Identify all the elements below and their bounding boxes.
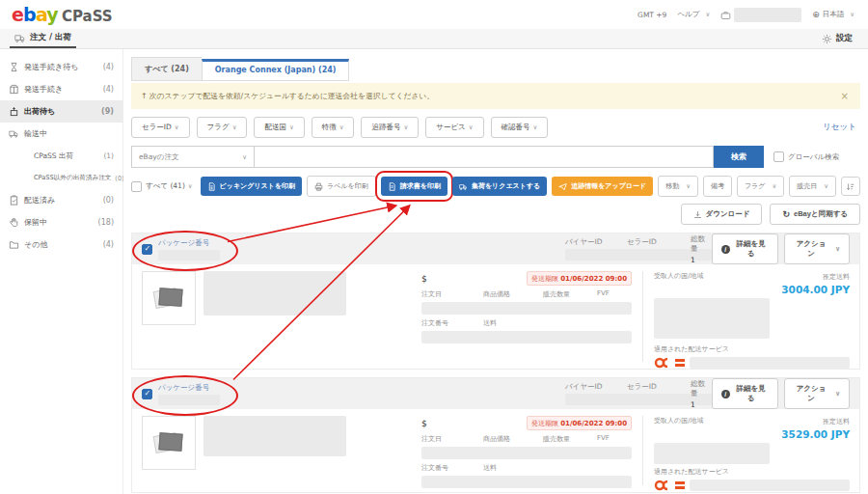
tab-all[interactable]: すべて (24) — [131, 57, 202, 81]
info-icon — [721, 245, 730, 254]
move-button[interactable]: 移動 — [658, 176, 698, 197]
order-date-label: 注文日 — [421, 434, 483, 444]
order-card: パッケージ番号 バイヤーID セラーID 総数量 1 — [131, 233, 860, 370]
download-icon — [693, 210, 702, 219]
package-number-label[interactable]: パッケージ番号 — [158, 383, 220, 393]
request-pickup-button[interactable]: 集荷をリクエストする — [452, 177, 547, 196]
print-picking-list-button[interactable]: ピッキングリストを印刷 — [201, 177, 302, 196]
reset-link[interactable]: リセット — [823, 122, 860, 133]
help-menu[interactable]: ヘルプ — [677, 10, 710, 19]
ship-by-badge: 発送期限 01/06/2022 09:00 — [527, 271, 632, 286]
document-icon — [207, 182, 216, 191]
sidebar: 発送手続き待ち(4) 発送手続き(4) 出荷待ち(9) 輸送中 CPaSS 出荷… — [0, 49, 123, 494]
action-menu-button[interactable]: アクション — [784, 233, 850, 264]
account-name-redacted — [734, 8, 801, 22]
estimated-shipping-label: 推定送料 — [823, 418, 850, 425]
shipping-fee-label: 送料 — [483, 318, 497, 328]
service-redacted — [690, 480, 850, 491]
select-all-control[interactable]: すべて (41) — [131, 181, 193, 192]
global-search-checkbox[interactable]: グローバル検索 — [773, 151, 839, 162]
account-menu[interactable] — [720, 8, 801, 22]
sidebar-item-delivered[interactable]: 配送済み(0) — [0, 189, 122, 211]
recipient-redacted — [654, 443, 770, 464]
memo-button[interactable]: 備考 — [703, 176, 732, 197]
print-invoice-button[interactable]: 請求書を印刷 — [381, 177, 448, 196]
sale-date-sort-select[interactable]: 販売日 — [789, 176, 836, 197]
search-category-select[interactable]: eBayの注文 — [131, 146, 255, 168]
estimated-shipping-label: 推定送料 — [823, 273, 850, 281]
fvf-label: FVF — [597, 434, 610, 444]
folder-icon — [9, 239, 19, 250]
select-all-checkbox[interactable] — [131, 181, 142, 192]
checkbox-unchecked[interactable] — [773, 151, 784, 162]
language-selector[interactable]: ⊕ 日本語 — [812, 10, 854, 19]
sidebar-item-handling[interactable]: 発送手続き(4) — [0, 78, 122, 100]
recipient-region-label: 受取人の国/地域 — [654, 416, 704, 440]
sidebar-item-in-transit[interactable]: 輸送中 — [0, 123, 122, 145]
settings-button[interactable]: 設定 — [822, 29, 853, 48]
sidebar-item-non-cpass-shipped[interactable]: CPaSS以外の出荷済み注文(0) — [0, 167, 122, 189]
filter-attributes[interactable]: 特徴 — [312, 117, 355, 138]
sort-icon — [846, 182, 854, 191]
print-labels-button[interactable]: ラベルを印刷 — [307, 176, 376, 197]
filter-destination-country[interactable]: 配送国 — [254, 117, 304, 138]
recipient-region-label: 受取人の国/地域 — [654, 271, 704, 295]
info-icon — [721, 390, 730, 398]
filter-tracking-number[interactable]: 追跡番号 — [361, 117, 419, 138]
sidebar-item-other[interactable]: その他(4) — [0, 233, 122, 256]
total-qty-label: 総数量 — [691, 379, 712, 398]
nav-orders-shipments[interactable]: 注文 / 出荷 — [10, 29, 76, 48]
package-icon — [9, 84, 19, 95]
item-title-redacted — [203, 416, 346, 456]
filter-flag[interactable]: フラグ — [197, 117, 248, 138]
globe-icon: ⊕ — [812, 10, 820, 19]
sidebar-item-awaiting-shipment[interactable]: 出荷待ち(9) — [0, 100, 122, 123]
timezone-label: GMT +9 — [637, 11, 666, 19]
photo-icon — [154, 431, 183, 454]
filter-seller-id[interactable]: セラーID — [131, 117, 190, 138]
view-details-button[interactable]: 詳細を見る — [712, 378, 778, 409]
search-button[interactable]: 検索 — [714, 146, 764, 168]
paper-plane-icon — [558, 182, 567, 191]
sidebar-item-on-hold[interactable]: 保留中(18) — [0, 211, 122, 233]
sold-qty-label: 販売数量 — [543, 434, 597, 444]
sold-qty-label: 販売数量 — [543, 289, 597, 299]
truck-icon — [459, 182, 468, 191]
filter-service[interactable]: サービス — [425, 117, 483, 138]
price-currency: $ — [421, 419, 427, 428]
invoice-icon — [388, 182, 396, 191]
package-checkbox[interactable] — [142, 244, 152, 255]
package-number-redacted — [158, 395, 220, 405]
gear-icon — [822, 34, 832, 44]
item-title-redacted — [203, 271, 346, 316]
order-values-redacted — [421, 447, 632, 459]
view-details-button[interactable]: 詳細を見る — [712, 233, 778, 264]
order-date-label: 注文日 — [421, 289, 483, 299]
flag-button[interactable]: フラグ — [737, 176, 784, 197]
order-card: パッケージ番号 バイヤーID セラーID 総数量 1 — [131, 377, 860, 493]
sort-order-button[interactable] — [841, 177, 860, 196]
total-qty-label: 総数量 — [691, 234, 712, 254]
download-button[interactable]: ダウンロード — [681, 204, 763, 225]
seller-id-label: セラーID — [627, 237, 657, 247]
action-menu-button[interactable]: アクション — [784, 378, 850, 409]
shipping-fee-label: 送料 — [483, 463, 497, 473]
package-checkbox[interactable] — [142, 389, 152, 399]
order-card-header: パッケージ番号 バイヤーID セラーID 総数量 1 — [132, 233, 859, 264]
hourglass-icon — [9, 62, 19, 72]
sync-ebay-button[interactable]: eBayと同期する — [770, 204, 860, 225]
ids-group: バイヤーID セラーID — [565, 382, 677, 405]
upload-tracking-button[interactable]: 追跡情報をアップロード — [552, 177, 653, 196]
orange-connex-logo — [654, 357, 685, 369]
package-number-label[interactable]: パッケージ番号 — [158, 238, 220, 248]
price-currency: $ — [421, 274, 427, 284]
brand: ebay CPaSS — [12, 4, 113, 25]
close-icon[interactable] — [839, 91, 851, 101]
filter-confirmation-number[interactable]: 確認番号 — [491, 117, 549, 138]
search-input[interactable] — [255, 146, 714, 168]
service-redacted — [690, 357, 850, 369]
tab-orange-connex[interactable]: Orange Connex (Japan) (24) — [202, 59, 350, 81]
photo-icon — [154, 287, 183, 310]
sidebar-item-cpass-shipments[interactable]: CPaSS 出荷(1) — [0, 145, 122, 167]
sidebar-item-awaiting-handling[interactable]: 発送手続き待ち(4) — [0, 56, 122, 78]
